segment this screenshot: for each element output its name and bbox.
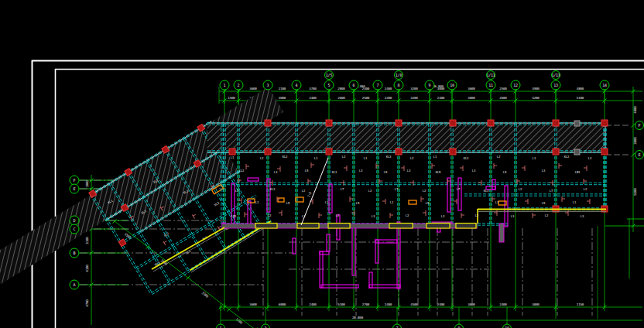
structural-floor-plan-drawing[interactable]: 4100310041004700100015002600330012001500… (0, 0, 644, 328)
axis-bubble: 10 (447, 80, 457, 90)
svg-text:8: 8 (398, 83, 400, 87)
svg-text:F: F (74, 178, 76, 183)
wing-section: XL1XL2XL1XL2XL3XL2XL3XL1XL2XL1 (0, 84, 330, 328)
svg-text:L1: L1 (433, 155, 437, 159)
svg-text:D: D (74, 218, 76, 223)
svg-text:2400: 2400 (437, 302, 445, 306)
svg-text:L3: L3 (472, 169, 476, 173)
svg-text:KL1: KL1 (332, 170, 337, 174)
svg-text:KL5: KL5 (436, 170, 441, 174)
svg-text:3000: 3000 (279, 96, 286, 100)
svg-text:L5: L5 (305, 169, 309, 173)
svg-text:E: E (639, 152, 641, 157)
svg-text:KL2: KL2 (283, 155, 288, 159)
svg-text:9200: 9200 (633, 188, 637, 196)
svg-text:3200: 3200 (410, 87, 418, 91)
axis-bubble: 7 (373, 80, 382, 90)
cad-model-space[interactable]: 4100310041004700100015002600330012001500… (0, 0, 644, 328)
axis-bubble: 3 (263, 80, 272, 90)
svg-text:L1: L1 (573, 200, 577, 204)
svg-text:1:8: 1:8 (307, 191, 312, 198)
svg-text:3300: 3300 (201, 291, 210, 299)
axis-bubble: 1/8 (395, 71, 403, 80)
svg-text:1500: 1500 (228, 96, 235, 100)
svg-text:2400: 2400 (385, 302, 392, 306)
svg-text:F: F (639, 123, 641, 128)
svg-text:L1: L1 (325, 200, 329, 204)
svg-text:4800: 4800 (577, 87, 584, 91)
svg-text:L1: L1 (364, 156, 368, 160)
axis-bubble: 3 (262, 324, 270, 328)
svg-text:L3: L3 (359, 169, 363, 173)
svg-text:3: 3 (267, 83, 269, 87)
svg-text:L2: L2 (519, 187, 522, 191)
axis-bubble: 13 (551, 80, 560, 90)
axis-bubble: 9 (425, 80, 434, 90)
svg-text:4700: 4700 (85, 299, 89, 307)
svg-text:KL3: KL3 (386, 155, 392, 159)
axis-bubble: 9 (455, 324, 464, 328)
svg-text:4400: 4400 (633, 106, 637, 114)
svg-text:9: 9 (429, 83, 431, 87)
svg-text:L2: L2 (368, 189, 372, 193)
svg-text:2200: 2200 (385, 96, 392, 100)
axis-bubble: 1/11 (486, 71, 495, 80)
svg-text:L2: L2 (423, 189, 426, 193)
walls (222, 178, 508, 289)
svg-text:L2: L2 (545, 214, 549, 217)
axis-bubble: A (70, 280, 79, 289)
svg-text:1/8: 1/8 (396, 73, 402, 77)
svg-text:L2: L2 (302, 189, 306, 193)
svg-text:5100: 5100 (337, 302, 345, 306)
svg-text:L3: L3 (274, 170, 278, 174)
bottom-dimensions: 3600600024005100270024004500240030002400… (219, 302, 643, 325)
svg-text:L3: L3 (511, 214, 515, 218)
svg-text:1000: 1000 (85, 180, 89, 188)
svg-text:L2: L2 (336, 214, 340, 217)
svg-text:1/11: 1/11 (486, 73, 495, 77)
svg-text:2600: 2600 (499, 96, 507, 100)
svg-text:L1: L1 (495, 200, 499, 204)
svg-text:2700: 2700 (362, 302, 370, 306)
svg-text:L2: L2 (410, 156, 414, 160)
svg-text:LB1: LB1 (575, 170, 581, 174)
svg-text:XL3: XL3 (214, 200, 221, 207)
svg-text:E: E (74, 186, 76, 191)
svg-text:L3: L3 (441, 214, 445, 218)
axis-bubble: 4 (292, 80, 301, 90)
svg-text:2400: 2400 (309, 302, 317, 306)
svg-text:2800: 2800 (337, 87, 345, 91)
svg-text:L7: L7 (341, 187, 344, 191)
svg-text:L5: L5 (542, 201, 546, 205)
svg-text:3900: 3900 (532, 87, 540, 91)
axis-bubble: 1 (217, 324, 225, 328)
svg-text:L1: L1 (390, 200, 394, 204)
svg-text:4000: 4000 (468, 96, 475, 100)
axis-bubble: 11 (486, 80, 495, 90)
svg-text:3600: 3600 (468, 87, 475, 91)
axis-bubble: 2 (234, 80, 243, 90)
svg-text:L1: L1 (533, 156, 536, 160)
axis-bubble: 8 (394, 80, 403, 90)
svg-text:L1: L1 (231, 155, 235, 159)
svg-text:L1: L1 (255, 200, 259, 204)
svg-text:12: 12 (513, 83, 518, 87)
svg-text:4100: 4100 (85, 265, 89, 272)
axis-bubble: 10 (503, 324, 512, 328)
svg-text:3600: 3600 (249, 87, 257, 91)
svg-text:L7: L7 (457, 187, 461, 191)
svg-text:3100: 3100 (85, 237, 89, 244)
svg-text:L2: L2 (268, 214, 272, 217)
axis-bubble: 12 (511, 80, 520, 90)
svg-text:KL2: KL2 (564, 155, 570, 159)
svg-text:L5: L5 (384, 170, 388, 174)
svg-text:11: 11 (488, 83, 493, 87)
svg-text:3000: 3000 (468, 302, 475, 306)
axis-bubble: 7 (393, 324, 402, 328)
svg-text:2400: 2400 (385, 87, 392, 91)
svg-text:3800: 3800 (633, 137, 637, 145)
right-axes: 440038009200 (605, 87, 644, 278)
svg-text:L2: L2 (497, 155, 501, 159)
svg-text:28.800: 28.800 (352, 316, 364, 319)
svg-text:L2: L2 (584, 187, 587, 191)
